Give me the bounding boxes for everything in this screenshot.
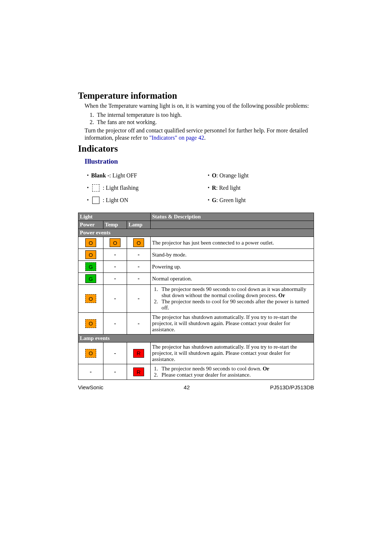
solid-box-icon: [91, 197, 101, 204]
cell-temp: -: [103, 364, 127, 380]
col-temp: Temp: [103, 221, 127, 229]
col-lamp: Lamp: [127, 221, 151, 229]
legend-flashing: • : Light flashing: [85, 183, 205, 193]
bullet-icon: •: [85, 185, 91, 191]
cell-temp: -: [103, 261, 127, 273]
cell-power: O: [78, 249, 103, 261]
heading-indicators: Indicators: [78, 144, 314, 154]
cell-lamp: R: [127, 342, 151, 364]
page-footer: ViewSonic 42 PJ513D/PJ513DB: [78, 384, 314, 390]
cell-power: O: [78, 285, 103, 313]
cell-desc: The projector needs 90 seconds to cool d…: [151, 364, 314, 380]
legend-red: • R: Red light: [205, 183, 314, 193]
green-flashing-light-icon: G: [85, 262, 96, 271]
desc-list: The projector needs 90 seconds to cool d…: [159, 286, 312, 311]
legend-blank: • Blank -: Light OFF: [85, 171, 205, 181]
list-item: The fans are not working.: [95, 119, 314, 126]
legend-orange-label: O: [212, 172, 216, 178]
table-row: G - - Powering up.: [78, 261, 314, 273]
legend-red-desc: : Red light: [216, 185, 241, 191]
legend-blank-label: Blank -: [91, 172, 109, 178]
red-light-icon: R: [133, 349, 144, 358]
temp-problems-list: The internal temperature is too high. Th…: [92, 112, 314, 126]
text: .: [204, 135, 205, 141]
cell-power: G: [78, 273, 103, 285]
red-light-icon: R: [133, 368, 144, 376]
indicators-page-link[interactable]: "Indicators" on page 42: [149, 135, 204, 141]
page: Temperature information When the Tempera…: [0, 0, 392, 390]
legend-blank-desc: : Light OFF: [109, 172, 137, 178]
heading-illustration: Illustration: [85, 157, 314, 165]
header-status: Status & Description: [151, 213, 314, 221]
cell-desc: The projector has shutdown automatically…: [151, 342, 314, 364]
indicator-table: Light Status & Description Power Temp La…: [78, 213, 314, 380]
cell-power: O: [78, 313, 103, 335]
cell-lamp: -: [127, 273, 151, 285]
legend-green-desc: : Green light: [216, 197, 246, 203]
legend-right-column: • O: Orange light • R: Red light • G: Gr…: [205, 168, 314, 208]
footer-model: PJ513D/PJ513DB: [270, 384, 314, 390]
table-row: O - - The projector needs 90 seconds to …: [78, 285, 314, 313]
bullet-icon: •: [85, 173, 91, 178]
orange-light-icon: O: [110, 238, 121, 247]
cell-power: -: [78, 364, 103, 380]
cell-lamp: -: [127, 249, 151, 261]
table-row: G - - Normal operation.: [78, 273, 314, 285]
orange-light-icon: O: [85, 238, 96, 247]
dashed-box-icon: [91, 184, 101, 192]
text: The projector needs 90 seconds to cool d…: [162, 366, 263, 372]
text-bold: Or: [263, 366, 269, 372]
cell-desc: The projector has shutdown automatically…: [151, 313, 314, 335]
bullet-icon: •: [205, 185, 212, 191]
cell-power: G: [78, 261, 103, 273]
legend-red-text: R: Red light: [212, 185, 241, 191]
table-header-row: Light Status & Description: [78, 213, 314, 221]
cell-desc: Normal operation.: [151, 273, 314, 285]
legend: • Blank -: Light OFF • : Light flashing …: [85, 168, 314, 208]
section-lamp-events: Lamp events: [78, 335, 314, 342]
cell-desc: Powering up.: [151, 261, 314, 273]
cell-desc: Stand-by mode.: [151, 249, 314, 261]
list-item: Please contact your dealer for assistanc…: [159, 372, 312, 378]
legend-green: • G: Green light: [205, 195, 314, 205]
list-item: The internal temperature is too high.: [95, 112, 314, 118]
bullet-icon: •: [205, 197, 212, 203]
temp-note-paragraph: Turn the projector off and contact quali…: [85, 127, 314, 141]
text-bold: Or: [278, 292, 285, 298]
table-row: O - - Stand-by mode.: [78, 249, 314, 261]
cell-lamp: R: [127, 364, 151, 380]
orange-flashing-light-icon: O: [85, 294, 96, 303]
cell-desc: The projector needs 90 seconds to cool d…: [151, 285, 314, 313]
legend-red-label: R: [212, 185, 216, 191]
cell-temp: -: [103, 342, 127, 364]
temp-warning-paragraph: When the Temperature warning light is on…: [85, 102, 314, 110]
cell-lamp: O: [127, 237, 151, 249]
header-light: Light: [78, 213, 151, 221]
legend-green-text: G: Green light: [212, 197, 246, 204]
legend-on: • : Light ON: [85, 195, 205, 205]
legend-orange: • O: Orange light: [205, 171, 314, 181]
legend-on-desc: : Light ON: [103, 197, 128, 204]
col-power: Power: [78, 221, 103, 229]
footer-page-number: 42: [184, 384, 190, 390]
section-power-events-label: Power events: [78, 229, 314, 237]
table-subheader-row: Power Temp Lamp: [78, 221, 314, 229]
legend-orange-desc: : Orange light: [216, 172, 249, 178]
cell-temp: O: [103, 237, 127, 249]
list-item: The projector needs 90 seconds to cool d…: [159, 366, 312, 372]
cell-temp: -: [103, 249, 127, 261]
cell-desc: The projector has just been connected to…: [151, 237, 314, 249]
orange-flashing-light-icon: O: [85, 319, 96, 328]
bullet-icon: •: [85, 197, 91, 203]
legend-green-label: G: [212, 197, 216, 203]
orange-flashing-light-icon: O: [85, 349, 96, 358]
cell-lamp: -: [127, 261, 151, 273]
green-light-icon: G: [85, 274, 96, 283]
cell-power: O: [78, 237, 103, 249]
legend-blank-text: Blank -: Light OFF: [91, 172, 137, 179]
legend-left-column: • Blank -: Light OFF • : Light flashing …: [85, 168, 205, 208]
orange-light-icon: O: [85, 250, 96, 259]
desc-list: The projector needs 90 seconds to cool d…: [159, 366, 312, 378]
list-item: The projector needs 90 seconds to cool d…: [159, 286, 312, 299]
cell-lamp: -: [127, 313, 151, 335]
